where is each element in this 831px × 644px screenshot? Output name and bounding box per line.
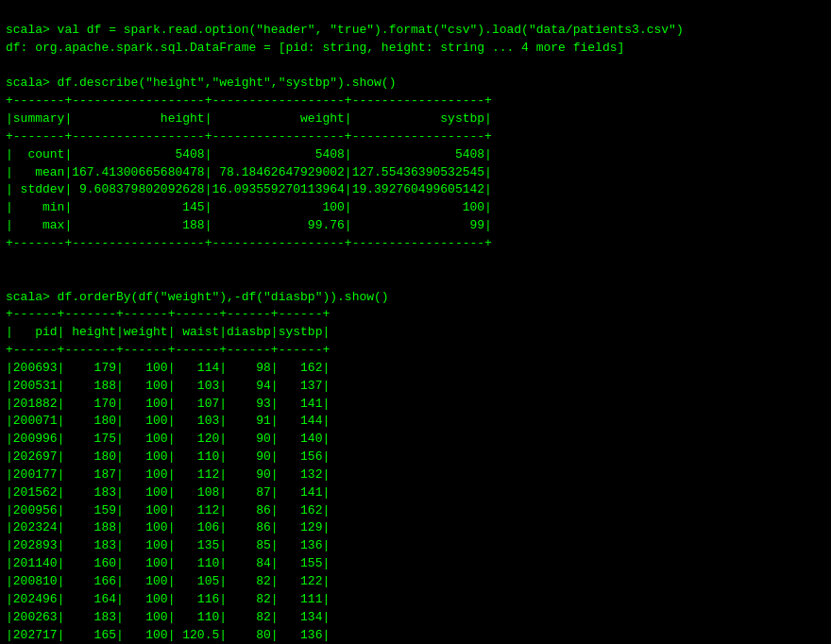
terminal-window: scala> val df = spark.read.option("heade…: [6, 4, 825, 640]
terminal-line-20: |200531| 188| 100| 103| 94| 137|: [6, 378, 825, 396]
terminal-line-3: scala> df.describe("height","weight","sy…: [6, 75, 825, 93]
terminal-line-34: |202717| 165| 100| 120.5| 80| 136|: [6, 627, 825, 644]
terminal-line-0: scala> val df = spark.read.option("heade…: [6, 22, 825, 40]
terminal-line-16: +------+-------+------+------+------+---…: [6, 306, 825, 324]
terminal-line-30: |201140| 160| 100| 110| 84| 155|: [6, 555, 825, 573]
terminal-line-23: |200996| 175| 100| 120| 90| 140|: [6, 431, 825, 449]
terminal-line-15: scala> df.orderBy(df("weight"),-df("dias…: [6, 289, 825, 307]
terminal-line-8: | mean|167.41300665680478| 78.1846264792…: [6, 164, 825, 182]
terminal-line-7: | count| 5408| 5408| 5408|: [6, 146, 825, 164]
terminal-line-26: |201562| 183| 100| 108| 87| 141|: [6, 484, 825, 502]
terminal-line-27: |200956| 159| 100| 112| 86| 162|: [6, 502, 825, 520]
terminal-line-21: |201882| 170| 100| 107| 93| 141|: [6, 396, 825, 414]
terminal-line-10: | min| 145| 100| 100|: [6, 199, 825, 217]
terminal-line-32: |202496| 164| 100| 116| 82| 111|: [6, 591, 825, 609]
terminal-line-5: |summary| height| weight| systbp|: [6, 110, 825, 128]
terminal-line-19: |200693| 179| 100| 114| 98| 162|: [6, 360, 825, 378]
terminal-line-24: |202697| 180| 100| 110| 90| 156|: [6, 449, 825, 466]
terminal-line-4: +-------+------------------+------------…: [6, 93, 825, 110]
terminal-line-17: | pid| height|weight| waist|diasbp|systb…: [6, 324, 825, 342]
terminal-line-1: df: org.apache.spark.sql.DataFrame = [pi…: [6, 40, 825, 58]
terminal-line-28: |202324| 188| 100| 106| 86| 129|: [6, 519, 825, 537]
terminal-line-14: [6, 271, 825, 289]
terminal-line-12: +-------+------------------+------------…: [6, 235, 825, 253]
terminal-line-29: |202893| 183| 100| 135| 85| 136|: [6, 537, 825, 555]
terminal-line-22: |200071| 180| 100| 103| 91| 144|: [6, 413, 825, 431]
terminal-line-2: [6, 58, 825, 76]
terminal-line-6: +-------+------------------+------------…: [6, 128, 825, 146]
terminal-line-25: |200177| 187| 100| 112| 90| 132|: [6, 466, 825, 484]
terminal-line-33: |200263| 183| 100| 110| 82| 134|: [6, 609, 825, 627]
terminal-line-11: | max| 188| 99.76| 99|: [6, 217, 825, 235]
terminal-line-9: | stddev| 9.608379802092628|16.093559270…: [6, 181, 825, 199]
terminal-line-31: |200810| 166| 100| 105| 82| 122|: [6, 573, 825, 591]
terminal-line-18: +------+-------+------+------+------+---…: [6, 342, 825, 360]
terminal-line-13: [6, 253, 825, 271]
